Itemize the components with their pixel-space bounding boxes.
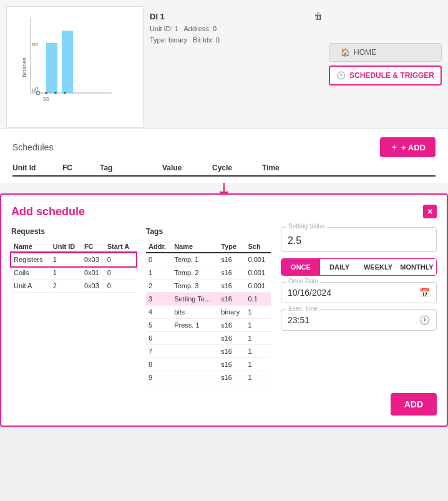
- tag-type: s16: [218, 280, 245, 293]
- table-row[interactable]: Unit A 2 0x03 0: [11, 280, 136, 293]
- di-meta: Unit ID: 1 Address: 0 Type: binary Bit I…: [150, 24, 323, 46]
- tag-type: binary: [218, 306, 245, 319]
- exec-time-field[interactable]: Exec. time 23:51 🕐: [281, 309, 437, 331]
- tag-name: Press. 1: [172, 319, 218, 332]
- tag-col-addr: Addr.: [146, 241, 172, 253]
- tag-addr: 0: [146, 253, 172, 266]
- trash-icon[interactable]: 🗑: [314, 11, 323, 21]
- once-date-field[interactable]: Once Date 10/16/2024 📅: [281, 282, 437, 303]
- clock-icon[interactable]: 🕐: [419, 315, 430, 325]
- freq-tab-weekly[interactable]: WEEKLY: [359, 259, 397, 275]
- tag-sch: 1: [245, 306, 271, 319]
- tag-name: [172, 358, 218, 371]
- list-item[interactable]: 7 s16 1: [146, 345, 271, 358]
- req-unit-id: 2: [51, 280, 82, 293]
- tag-type: s16: [218, 332, 245, 345]
- tag-addr: 4: [146, 306, 172, 319]
- requests-panel-title: Requests: [11, 227, 136, 236]
- tags-scroll[interactable]: Addr. Name Type Sch 0 Temp. 1 s16 0.001 …: [146, 241, 271, 384]
- list-item[interactable]: 5 Press. 1 s16 1: [146, 319, 271, 332]
- tags-panel-title: Tags: [146, 227, 271, 236]
- tag-addr: 5: [146, 319, 172, 332]
- list-item[interactable]: 6 s16 1: [146, 332, 271, 345]
- freq-tab-once[interactable]: ONCE: [281, 259, 320, 275]
- schedules-title: Schedules: [12, 142, 53, 152]
- list-item[interactable]: 3 Setting Te... s16 0.1: [146, 293, 271, 306]
- schedules-table-header: Unit Id FC Tag Value Cycle Time: [12, 163, 436, 177]
- req-col-name: Name: [11, 241, 51, 253]
- list-item[interactable]: 4 bits binary 1: [146, 306, 271, 319]
- nav-buttons: 🏠 HOME 🕐 SCHEDULE & TRIGGER: [329, 6, 442, 128]
- list-item[interactable]: 9 s16 1: [146, 371, 271, 384]
- tag-sch: 0.001: [245, 253, 271, 266]
- tag-name: Temp. 2: [172, 266, 218, 280]
- schedules-section: Schedules ＋ + ADD Unit Id FC Tag Value C…: [0, 128, 448, 183]
- tag-sch: 1: [245, 345, 271, 358]
- tag-type: s16: [218, 358, 245, 371]
- table-row[interactable]: Registers 1 0x03 0: [11, 253, 136, 266]
- tag-type: s16: [218, 319, 245, 332]
- add-schedule-button[interactable]: ＋ + ADD: [380, 137, 436, 157]
- col-tag: Tag: [100, 163, 162, 172]
- req-fc: 0x03: [82, 280, 105, 293]
- col-value: Value: [162, 163, 212, 172]
- svg-text:50: 50: [43, 96, 49, 102]
- col-time: Time: [262, 163, 312, 172]
- svg-text:off: off: [32, 87, 38, 93]
- once-date-value: 10/16/2024: [288, 288, 331, 298]
- plus-icon: ＋: [390, 142, 398, 153]
- tag-sch: 1: [245, 332, 271, 345]
- list-item[interactable]: 1 Temp. 2 s16 0.001: [146, 266, 271, 280]
- tags-panel: Tags Addr. Name Type Sch 0 Temp. 1 s16: [146, 227, 271, 384]
- setting-value[interactable]: 2.5: [288, 235, 430, 246]
- req-start-a: 0: [105, 280, 136, 293]
- setting-value-label: Setting Value: [286, 223, 327, 230]
- list-item[interactable]: 0 Temp. 1 s16 0.001: [146, 253, 271, 266]
- svg-point-9: [54, 92, 57, 94]
- chart-area: binaries on off 50: [6, 6, 144, 128]
- req-name: Registers: [11, 253, 51, 266]
- tag-addr: 1: [146, 266, 172, 280]
- tag-sch: 1: [245, 319, 271, 332]
- tag-name: [172, 332, 218, 345]
- tag-addr: 3: [146, 293, 172, 306]
- req-start-a: 0: [105, 253, 136, 266]
- col-cycle: Cycle: [212, 163, 262, 172]
- requests-table: Name Unit ID FC Start A Registers 1 0x03…: [11, 241, 136, 293]
- exec-time-value: 23:51: [288, 315, 309, 325]
- tag-type: s16: [218, 371, 245, 384]
- req-name: Unit A: [11, 280, 51, 293]
- tag-addr: 9: [146, 371, 172, 384]
- schedules-header: Schedules ＋ + ADD: [12, 137, 436, 157]
- svg-rect-3: [62, 31, 73, 93]
- tag-name: [172, 371, 218, 384]
- home-icon: 🏠: [341, 48, 350, 57]
- tag-type: s16: [218, 266, 245, 280]
- freq-tab-daily[interactable]: DAILY: [320, 259, 359, 275]
- once-date-label: Once Date: [286, 278, 320, 285]
- tag-type: s16: [218, 345, 245, 358]
- modal-title: Add schedule: [11, 205, 85, 218]
- col-unit-id: Unit Id: [12, 163, 62, 172]
- tag-addr: 6: [146, 332, 172, 345]
- list-item[interactable]: 8 s16 1: [146, 358, 271, 371]
- top-section: binaries on off 50: [0, 0, 448, 128]
- req-col-unit-id: Unit ID: [51, 241, 82, 253]
- req-fc: 0x01: [82, 266, 105, 280]
- req-fc: 0x03: [82, 253, 105, 266]
- home-button[interactable]: 🏠 HOME: [329, 43, 442, 62]
- freq-tab-monthly[interactable]: MONTHLY: [397, 259, 436, 275]
- tag-type: s16: [218, 253, 245, 266]
- list-item[interactable]: 2 Temp. 3 s16 0.001: [146, 280, 271, 293]
- modal-close-button[interactable]: ×: [423, 205, 437, 218]
- req-unit-id: 1: [51, 266, 82, 280]
- setting-value-group: Setting Value 2.5: [281, 227, 437, 252]
- schedule-trigger-button[interactable]: 🕐 SCHEDULE & TRIGGER: [329, 66, 442, 85]
- tag-sch: 1: [245, 371, 271, 384]
- table-row[interactable]: Coils 1 0x01 0: [11, 266, 136, 280]
- settings-panel: Setting Value 2.5 ONCEDAILYWEEKLYMONTHLY…: [281, 227, 437, 384]
- di-title: DI 1: [150, 12, 165, 21]
- chart-svg: on off 50: [12, 12, 112, 105]
- modal-add-button[interactable]: ADD: [391, 393, 437, 416]
- calendar-icon[interactable]: 📅: [419, 288, 430, 298]
